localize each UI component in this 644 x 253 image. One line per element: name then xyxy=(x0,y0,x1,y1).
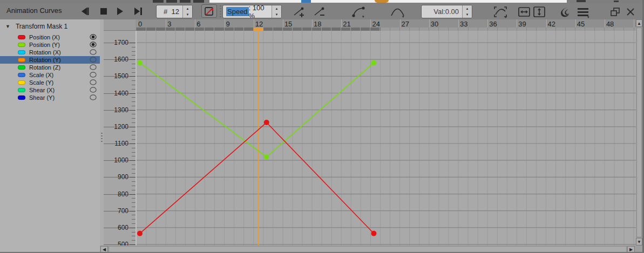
ease-mode-button[interactable]: ▾ xyxy=(389,5,406,19)
onion-skin-button[interactable] xyxy=(557,5,572,19)
play-icon xyxy=(116,7,124,16)
ruler-tick xyxy=(546,19,547,28)
ruler-tick-label: 36 xyxy=(489,20,497,28)
add-keyframe-button[interactable] xyxy=(292,6,306,18)
visibility-off-icon[interactable] xyxy=(90,79,97,85)
channel-row[interactable]: Shear (Y) xyxy=(0,94,100,101)
ruler-tick xyxy=(575,19,576,28)
fit-vertical-button[interactable] xyxy=(532,5,546,19)
ruler-tick-label: 42 xyxy=(548,20,555,28)
zoom-to-fit-curve-button[interactable]: ▾ xyxy=(492,5,509,19)
panel-splitter[interactable] xyxy=(100,19,104,253)
axis-tick-label: 1300 xyxy=(104,106,128,114)
visibility-off-icon[interactable] xyxy=(90,64,97,70)
float-docker-button[interactable] xyxy=(609,6,621,18)
channel-row[interactable]: Rotation (Z) xyxy=(0,64,100,71)
value-spinbox[interactable]: Val:0.00 ▲▼ xyxy=(421,5,472,18)
scroll-down-button[interactable]: ▼ xyxy=(636,238,642,245)
close-docker-button[interactable] xyxy=(625,6,636,18)
channel-label: Scale (X) xyxy=(29,72,53,78)
frame-spin-buttons[interactable]: ▲▼ xyxy=(182,5,192,18)
docker-title: Animation Curves xyxy=(6,6,62,15)
ruler-tick xyxy=(254,19,254,28)
keyframe-point[interactable] xyxy=(371,60,376,65)
previous-frame-button[interactable] xyxy=(80,6,91,17)
dropdown-caret-icon: ▾ xyxy=(505,15,507,19)
keyframe-point[interactable] xyxy=(264,120,269,125)
visibility-off-icon[interactable] xyxy=(90,72,97,78)
ruler-tick-label: 48 xyxy=(606,20,614,28)
drop-frames-toggle[interactable] xyxy=(201,4,217,18)
toolbar: Animation Curves # 12 ▲▼ xyxy=(0,3,644,19)
speed-spinbox[interactable]: Speed: 100 % ▲▼ xyxy=(222,5,282,18)
axis-tick-label: 800 xyxy=(104,190,128,198)
menu-button[interactable]: ▾ xyxy=(575,5,591,19)
next-frame-button[interactable] xyxy=(133,6,144,17)
spin-down-icon[interactable]: ▼ xyxy=(272,12,281,18)
scroll-up-button[interactable]: ▲ xyxy=(636,19,642,27)
speed-selected-text: Speed xyxy=(226,7,249,16)
channel-label: Shear (X) xyxy=(29,87,55,93)
ruler-tick-label: 3 xyxy=(167,20,171,28)
keyframe-point[interactable] xyxy=(137,231,143,236)
keyframe-point[interactable] xyxy=(371,231,376,236)
visibility-off-icon[interactable] xyxy=(90,57,97,63)
spin-up-icon[interactable]: ▲ xyxy=(272,5,281,12)
channel-color-swatch xyxy=(18,88,25,92)
ruler-tick xyxy=(517,19,517,28)
ruler-tick-label: 21 xyxy=(343,20,350,28)
axis-tick-label: 1700 xyxy=(104,39,128,46)
vertical-scrollbar[interactable]: ▲ ▼ xyxy=(636,19,642,253)
float-icon xyxy=(610,7,621,17)
frame-number-value[interactable]: # 12 xyxy=(157,5,182,18)
channel-row[interactable]: Scale (X) xyxy=(0,71,100,79)
toolbar-separator xyxy=(220,5,221,17)
keyframe-point[interactable] xyxy=(137,60,142,65)
dropdown-caret-icon: ▾ xyxy=(362,15,364,18)
axis-tick-label: 1400 xyxy=(104,90,128,97)
visibility-on-eye-icon[interactable] xyxy=(90,34,97,40)
frame-number-spinbox[interactable]: # 12 ▲▼ xyxy=(156,5,193,18)
ruler-tick xyxy=(195,19,195,28)
dropdown-caret-icon: ▾ xyxy=(587,15,589,19)
channel-color-swatch xyxy=(18,50,25,54)
fit-horizontal-icon xyxy=(518,6,531,18)
channel-row[interactable]: Position (X) xyxy=(0,33,100,41)
channel-group-header[interactable]: ▼ Transform Mask 1 xyxy=(0,22,100,31)
ruler-corner xyxy=(104,19,137,31)
visibility-off-icon[interactable] xyxy=(90,87,97,93)
stop-button[interactable] xyxy=(98,6,109,17)
spin-up-icon[interactable]: ▲ xyxy=(463,5,472,12)
curve-position-x-[interactable] xyxy=(140,122,374,234)
visibility-off-icon[interactable] xyxy=(90,49,97,55)
visibility-on-eye-icon[interactable] xyxy=(90,42,97,47)
play-button[interactable] xyxy=(114,6,125,17)
vertical-scroll-thumb[interactable] xyxy=(636,28,642,237)
spin-down-icon[interactable]: ▼ xyxy=(463,12,472,18)
axis-tick-label: 900 xyxy=(104,173,128,181)
channel-color-swatch xyxy=(18,73,25,77)
remove-keyframe-button[interactable] xyxy=(313,6,327,18)
channel-row[interactable]: Scale (Y) xyxy=(0,79,100,86)
speed-spin-buttons[interactable]: ▲▼ xyxy=(272,5,281,18)
channel-row[interactable]: Rotation (Y) xyxy=(0,56,100,64)
ruler-tick-label: 0 xyxy=(138,20,142,28)
cropped-button xyxy=(166,0,177,3)
visibility-off-icon[interactable] xyxy=(90,94,97,100)
curve-plot-area[interactable] xyxy=(137,31,636,245)
interpolation-mode-button[interactable]: ▾ xyxy=(351,5,367,19)
spin-up-icon[interactable]: ▲ xyxy=(183,5,192,12)
channel-row[interactable]: Shear (X) xyxy=(0,86,100,94)
value-axis[interactable]: 1700160015001400130012001100100090080070… xyxy=(104,31,137,245)
value-spin-buttons[interactable]: ▲▼ xyxy=(462,5,472,18)
value-field[interactable]: Val:0.00 xyxy=(422,5,462,18)
channel-row[interactable]: Rotation (X) xyxy=(0,49,100,56)
keyframe-point[interactable] xyxy=(264,154,269,159)
channel-row[interactable]: Position (Y) xyxy=(0,41,100,49)
speed-value[interactable]: Speed: 100 % xyxy=(223,5,272,18)
fit-horizontal-button[interactable] xyxy=(517,5,531,19)
timeline-ruler[interactable]: 03691215182124273033363942454851 xyxy=(137,19,636,31)
spin-down-icon[interactable]: ▼ xyxy=(183,12,192,18)
collapse-triangle-icon[interactable]: ▼ xyxy=(5,24,10,29)
ruler-tick-label: 30 xyxy=(431,20,438,28)
